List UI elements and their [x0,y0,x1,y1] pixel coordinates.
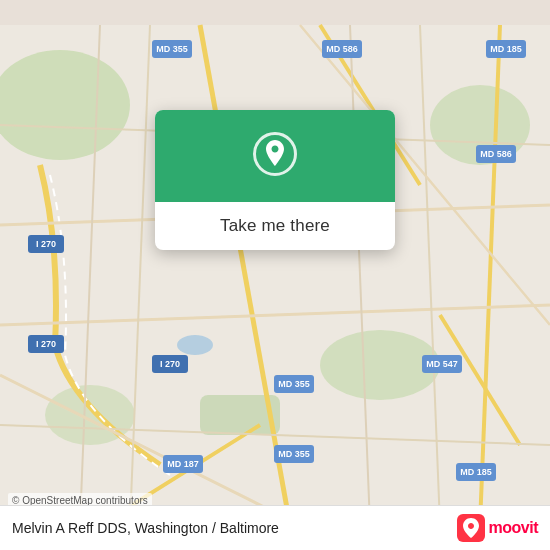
moovit-brand-icon [457,514,485,542]
svg-text:MD 185: MD 185 [460,467,492,477]
pin-icon-wrapper [253,132,297,176]
moovit-logo: moovit [457,514,538,542]
svg-text:I 270: I 270 [36,239,56,249]
svg-text:MD 547: MD 547 [426,359,458,369]
bottom-bar: Melvin A Reff DDS, Washington / Baltimor… [0,505,550,550]
map-container[interactable]: MD 355 MD 586 MD 185 MD 586 I 270 I 270 … [0,0,550,550]
take-me-there-button[interactable]: Take me there [220,216,330,236]
svg-text:I 270: I 270 [160,359,180,369]
moovit-brand-name: moovit [489,519,538,537]
svg-text:MD 187: MD 187 [167,459,199,469]
location-name: Melvin A Reff DDS, Washington / Baltimor… [12,520,279,536]
location-card: Take me there [155,110,395,250]
svg-text:MD 586: MD 586 [326,44,358,54]
svg-text:MD 185: MD 185 [490,44,522,54]
map-background: MD 355 MD 586 MD 185 MD 586 I 270 I 270 … [0,0,550,550]
card-header [155,110,395,202]
svg-text:MD 586: MD 586 [480,149,512,159]
card-button-area[interactable]: Take me there [155,202,395,250]
location-pin-icon [263,140,287,168]
svg-point-6 [177,335,213,355]
svg-text:I 270: I 270 [36,339,56,349]
svg-text:MD 355: MD 355 [278,379,310,389]
svg-text:MD 355: MD 355 [156,44,188,54]
svg-text:MD 355: MD 355 [278,449,310,459]
